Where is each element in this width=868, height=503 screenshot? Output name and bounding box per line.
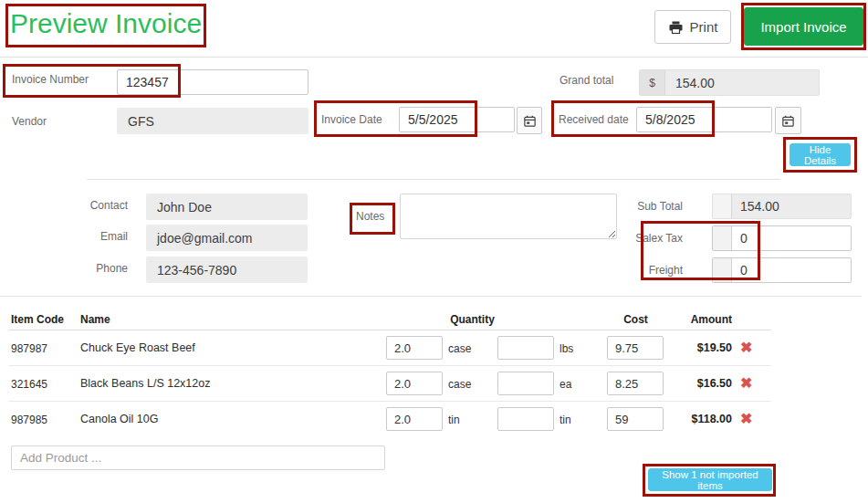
printer-icon xyxy=(668,20,684,35)
col-header-cost: Cost xyxy=(607,313,664,326)
calendar-icon xyxy=(781,114,795,128)
delete-row-icon[interactable]: ✖ xyxy=(740,341,752,355)
sub-total-field: 154.00 xyxy=(712,194,852,219)
cost-input[interactable] xyxy=(607,336,664,360)
show-not-imported-label: Show 1 not imported items xyxy=(654,469,766,491)
add-product-input[interactable] xyxy=(11,445,385,470)
item-name-cell: Chuck Eye Roast Beef xyxy=(80,341,195,354)
invoice-date-calendar-button[interactable] xyxy=(517,107,542,134)
email-label: Email xyxy=(55,230,128,243)
vendor-field: GFS xyxy=(117,108,309,134)
hide-details-button[interactable]: Hide Details xyxy=(790,143,851,166)
secondary-unit-label: lbs xyxy=(559,342,573,355)
quantity-input[interactable] xyxy=(386,407,443,431)
received-date-input[interactable] xyxy=(636,107,772,132)
table-row: 321645 Black Beans L/S 12x12oz case ea $… xyxy=(0,366,868,402)
invoice-date-label: Invoice Date xyxy=(321,113,382,126)
invoice-number-input[interactable] xyxy=(117,69,309,95)
sub-total-label: Sub Total xyxy=(591,200,683,213)
phone-label: Phone xyxy=(55,262,128,275)
delete-row-icon[interactable]: ✖ xyxy=(740,412,752,426)
contact-label: Contact xyxy=(55,199,128,212)
sales-tax-input[interactable]: 0 xyxy=(712,225,852,251)
grand-total-value: 154.00 xyxy=(665,70,819,95)
amount-cell: $19.50 xyxy=(675,341,732,354)
cost-input[interactable] xyxy=(607,372,664,395)
grand-total-field: $ 154.00 xyxy=(639,69,820,96)
freight-prefix xyxy=(713,258,732,282)
sub-total-value: 154.00 xyxy=(732,194,851,218)
sales-tax-label: Salex Tax xyxy=(591,232,683,245)
quantity-input[interactable] xyxy=(386,372,443,395)
table-row: 987987 Chuck Eye Roast Beef case lbs $19… xyxy=(0,330,868,366)
sales-tax-value: 0 xyxy=(732,226,851,250)
unit-label: case xyxy=(448,378,471,391)
item-code-cell: 987987 xyxy=(11,342,47,355)
calendar-icon xyxy=(523,114,537,128)
secondary-unit-label: ea xyxy=(559,378,571,391)
quantity-input[interactable] xyxy=(386,336,443,360)
col-header-item-code: Item Code xyxy=(11,313,64,326)
secondary-quantity-input[interactable] xyxy=(497,336,554,360)
grand-total-label: Grand total xyxy=(559,74,613,87)
received-date-calendar-button[interactable] xyxy=(775,107,801,134)
phone-field: 123-456-7890 xyxy=(146,257,308,283)
secondary-quantity-input[interactable] xyxy=(497,407,554,431)
email-field: jdoe@gmail.com xyxy=(146,225,308,251)
col-header-name: Name xyxy=(80,313,110,326)
currency-prefix: $ xyxy=(640,70,665,95)
invoice-date-input[interactable] xyxy=(399,107,515,132)
freight-value: 0 xyxy=(732,258,851,282)
invoice-number-label: Invoice Number xyxy=(12,73,89,86)
item-code-cell: 321645 xyxy=(11,378,47,391)
notes-textarea[interactable] xyxy=(400,194,617,239)
table-row: 987985 Canola Oil 10G tin tin $118.00 ✖ xyxy=(0,402,868,437)
header-divider xyxy=(0,57,868,58)
received-date-label: Received date xyxy=(559,113,629,126)
amount-cell: $118.00 xyxy=(675,413,732,425)
preview-invoice-screen: Preview Invoice Print Import Invoice Inv… xyxy=(0,0,868,503)
page-title: Preview Invoice xyxy=(10,8,202,39)
hide-details-label: Hide Details xyxy=(796,144,844,166)
vendor-label: Vendor xyxy=(12,115,47,128)
print-button[interactable]: Print xyxy=(654,10,731,44)
sub-total-prefix xyxy=(713,194,732,218)
table-top-divider xyxy=(0,296,862,297)
notes-label: Notes xyxy=(356,210,384,223)
amount-cell: $16.50 xyxy=(675,377,732,390)
item-name-cell: Canola Oil 10G xyxy=(80,413,158,425)
contact-field: John Doe xyxy=(146,194,308,220)
col-header-quantity: Quantity xyxy=(438,313,507,326)
import-invoice-button[interactable]: Import Invoice xyxy=(744,7,863,46)
freight-label: Freight xyxy=(591,264,683,277)
show-not-imported-button[interactable]: Show 1 not imported items xyxy=(648,468,772,491)
item-name-cell: Black Beans L/S 12x12oz xyxy=(80,377,210,390)
import-invoice-label: Import Invoice xyxy=(760,19,846,35)
freight-input[interactable]: 0 xyxy=(712,257,852,283)
sales-tax-prefix xyxy=(713,226,732,250)
unit-label: case xyxy=(448,342,471,355)
item-code-cell: 987985 xyxy=(11,414,47,426)
delete-row-icon[interactable]: ✖ xyxy=(740,376,752,391)
secondary-unit-label: tin xyxy=(559,414,571,426)
unit-label: tin xyxy=(448,414,460,426)
cost-input[interactable] xyxy=(607,407,664,431)
col-header-amount: Amount xyxy=(675,313,732,326)
print-button-label: Print xyxy=(690,19,718,35)
secondary-quantity-input[interactable] xyxy=(497,372,554,395)
details-divider xyxy=(87,179,780,180)
